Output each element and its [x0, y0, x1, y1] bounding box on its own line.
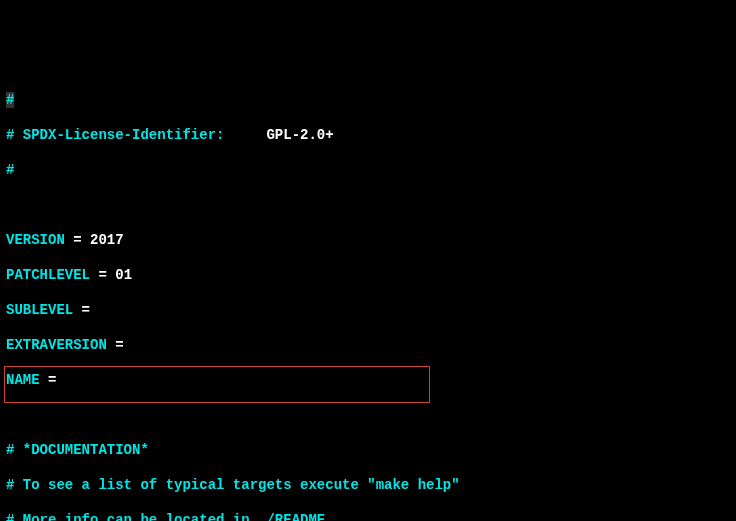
var-name: NAME	[6, 372, 40, 388]
comment-text: # *DOCUMENTATION*	[6, 442, 149, 458]
terminal-output: # # SPDX-License-Identifier: GPL-2.0+ # …	[6, 74, 730, 521]
code-line: #	[6, 162, 730, 180]
code-line: PATCHLEVEL = 01	[6, 267, 730, 285]
var-value: 2017	[90, 232, 124, 248]
code-line: EXTRAVERSION =	[6, 337, 730, 355]
comment-text: # To see a list of typical targets execu…	[6, 477, 460, 493]
code-line: # *DOCUMENTATION*	[6, 442, 730, 460]
comment-text: #	[6, 162, 14, 178]
comment-text: # More info can be located in ./README	[6, 512, 325, 522]
var-name: SUBLEVEL	[6, 302, 73, 318]
blank-line	[6, 407, 730, 425]
license-value: GPL-2.0+	[266, 127, 333, 143]
code-line: SUBLEVEL =	[6, 302, 730, 320]
operator: =	[107, 337, 124, 353]
code-line: # SPDX-License-Identifier: GPL-2.0+	[6, 127, 730, 145]
comment-text: # SPDX-License-Identifier:	[6, 127, 266, 143]
operator: =	[65, 232, 90, 248]
comment-text: #	[6, 92, 14, 108]
code-line: #	[6, 92, 730, 110]
operator: =	[40, 372, 57, 388]
var-name: VERSION	[6, 232, 65, 248]
code-line: NAME =	[6, 372, 730, 390]
var-value: 01	[115, 267, 132, 283]
code-line: # More info can be located in ./README	[6, 512, 730, 522]
operator: =	[90, 267, 115, 283]
var-name: EXTRAVERSION	[6, 337, 107, 353]
code-line: VERSION = 2017	[6, 232, 730, 250]
blank-line	[6, 197, 730, 215]
operator: =	[73, 302, 90, 318]
code-line: # To see a list of typical targets execu…	[6, 477, 730, 495]
var-name: PATCHLEVEL	[6, 267, 90, 283]
